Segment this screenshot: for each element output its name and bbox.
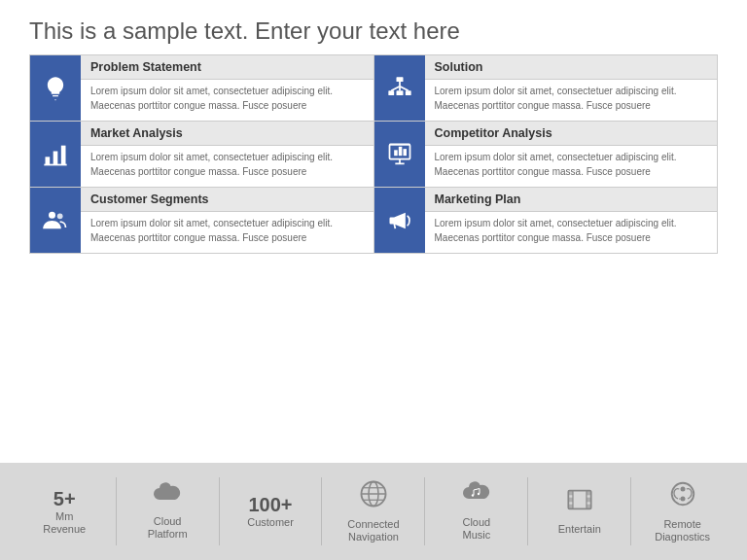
footer-cloud-platform-line1: Cloud bbox=[154, 515, 182, 528]
footer-divider-3 bbox=[321, 477, 322, 545]
footer-connected-line2: Navigation bbox=[348, 531, 399, 543]
cloud-music-icon bbox=[461, 481, 492, 513]
solution-title: Solution bbox=[425, 55, 718, 80]
svg-rect-3 bbox=[396, 90, 403, 95]
globe-icon bbox=[359, 479, 388, 515]
footer-divider-4 bbox=[424, 477, 425, 545]
megaphone-svg bbox=[386, 207, 413, 234]
footer-customer-line2: Customer bbox=[247, 516, 294, 529]
footer-cloud-platform: Cloud Platform bbox=[128, 482, 206, 541]
svg-rect-14 bbox=[394, 150, 398, 156]
svg-rect-32 bbox=[568, 505, 573, 509]
section-row-2: Market Analysis Lorem ipsum dolor sit am… bbox=[30, 122, 717, 188]
problem-statement-text-area: Problem Statement Lorem ipsum dolor sit … bbox=[81, 55, 374, 121]
header: This is a sample text. Enter your text h… bbox=[0, 0, 747, 54]
svg-rect-34 bbox=[587, 498, 591, 503]
page-title: This is a sample text. Enter your text h… bbox=[29, 18, 718, 45]
footer-remote-line1: Remote bbox=[663, 518, 701, 531]
cloud-platform-svg bbox=[152, 482, 183, 506]
footer-divider-2 bbox=[219, 477, 220, 545]
footer-cloud-music: Cloud Music bbox=[438, 481, 516, 542]
competitor-analysis-title: Competitor Analysis bbox=[425, 122, 718, 146]
svg-rect-16 bbox=[403, 149, 407, 156]
svg-rect-2 bbox=[388, 90, 394, 95]
customer-segments-text-area: Customer Segments Lorem ipsum dolor sit … bbox=[81, 188, 374, 253]
film-svg bbox=[565, 486, 594, 513]
svg-point-21 bbox=[57, 213, 63, 219]
section-competitor-analysis: Competitor Analysis Lorem ipsum dolor si… bbox=[374, 122, 718, 187]
presentation-svg bbox=[386, 141, 413, 168]
marketing-plan-title: Marketing Plan bbox=[425, 188, 718, 212]
footer-cloud-music-line1: Cloud bbox=[462, 516, 490, 529]
problem-statement-title: Problem Statement bbox=[81, 55, 374, 80]
section-market-analysis: Market Analysis Lorem ipsum dolor sit am… bbox=[30, 122, 374, 187]
icon-people bbox=[30, 188, 81, 253]
footer-connected-line1: Connected bbox=[347, 518, 399, 531]
footer-divider-6 bbox=[630, 477, 631, 545]
svg-point-0 bbox=[54, 99, 55, 100]
svg-line-8 bbox=[400, 86, 409, 90]
section-marketing-plan: Marketing Plan Lorem ipsum dolor sit ame… bbox=[374, 188, 718, 253]
icon-bulb bbox=[30, 55, 81, 121]
svg-rect-35 bbox=[587, 505, 591, 509]
svg-rect-1 bbox=[396, 77, 403, 82]
solution-body: Lorem ipsum dolor sit amet, consectetuer… bbox=[425, 80, 718, 121]
marketing-plan-text-area: Marketing Plan Lorem ipsum dolor sit ame… bbox=[425, 188, 718, 253]
icon-chart bbox=[30, 122, 81, 187]
footer-customer: 100+ Customer bbox=[231, 493, 309, 529]
section-customer-segments: Customer Segments Lorem ipsum dolor sit … bbox=[30, 188, 374, 253]
customer-segments-body: Lorem ipsum dolor sit amet, consectetuer… bbox=[81, 212, 374, 253]
svg-rect-9 bbox=[46, 157, 51, 164]
footer-entertain: Entertain bbox=[541, 486, 619, 536]
bulb-svg bbox=[42, 75, 69, 102]
market-analysis-text-area: Market Analysis Lorem ipsum dolor sit am… bbox=[81, 122, 374, 187]
cloud-music-svg bbox=[461, 481, 492, 507]
market-analysis-title: Market Analysis bbox=[81, 122, 374, 146]
section-row-1: Problem Statement Lorem ipsum dolor sit … bbox=[30, 55, 717, 122]
svg-line-6 bbox=[391, 86, 400, 90]
competitor-analysis-body: Lorem ipsum dolor sit amet, consectetuer… bbox=[425, 146, 718, 187]
footer-remote-line2: Diagnostics bbox=[655, 531, 710, 543]
svg-rect-4 bbox=[405, 90, 410, 95]
svg-rect-31 bbox=[568, 498, 573, 503]
svg-point-39 bbox=[680, 486, 685, 491]
customer-segments-title: Customer Segments bbox=[81, 188, 374, 212]
svg-point-40 bbox=[680, 496, 685, 501]
footer-revenue: 5+ Mm Revenue bbox=[25, 487, 103, 536]
film-icon bbox=[565, 486, 594, 520]
footer-revenue-value: 5+ bbox=[53, 487, 76, 510]
svg-point-38 bbox=[671, 483, 694, 506]
section-problem-statement: Problem Statement Lorem ipsum dolor sit … bbox=[30, 55, 374, 121]
svg-rect-11 bbox=[61, 145, 66, 164]
diagnostics-svg bbox=[668, 479, 697, 508]
globe-svg bbox=[359, 479, 388, 508]
svg-point-28 bbox=[478, 493, 480, 495]
footer-cloud-music-line2: Music bbox=[462, 529, 490, 542]
problem-statement-body: Lorem ipsum dolor sit amet, consectetuer… bbox=[81, 80, 374, 121]
footer-customer-value: 100+ bbox=[249, 493, 293, 516]
svg-rect-10 bbox=[53, 151, 58, 164]
diagnostics-icon bbox=[668, 479, 697, 515]
footer-cloud-platform-line2: Platform bbox=[148, 528, 188, 541]
footer-divider-1 bbox=[116, 477, 117, 545]
icon-megaphone bbox=[374, 188, 425, 253]
content-area: Problem Statement Lorem ipsum dolor sit … bbox=[0, 54, 747, 463]
svg-rect-33 bbox=[587, 491, 591, 496]
svg-point-20 bbox=[49, 211, 55, 218]
marketing-plan-body: Lorem ipsum dolor sit amet, consectetuer… bbox=[425, 212, 718, 253]
footer-revenue-line1: Mm bbox=[55, 510, 73, 523]
section-row-3: Customer Segments Lorem ipsum dolor sit … bbox=[30, 188, 717, 253]
footer-divider-5 bbox=[527, 477, 528, 545]
main-container: This is a sample text. Enter your text h… bbox=[0, 0, 747, 560]
chart-svg bbox=[42, 141, 69, 168]
footer-entertain-line1: Entertain bbox=[558, 523, 601, 536]
solution-text-area: Solution Lorem ipsum dolor sit amet, con… bbox=[425, 55, 718, 121]
svg-point-27 bbox=[472, 494, 474, 496]
footer-remote-diagnostics: Remote Diagnostics bbox=[644, 479, 722, 543]
cloud-platform-icon bbox=[152, 482, 183, 512]
grid-container: Problem Statement Lorem ipsum dolor sit … bbox=[29, 54, 718, 254]
icon-presentation bbox=[374, 122, 425, 187]
footer: 5+ Mm Revenue Cloud Platform 100+ Custom… bbox=[0, 463, 747, 560]
footer-connected-navigation: Connected Navigation bbox=[335, 479, 412, 543]
market-analysis-body: Lorem ipsum dolor sit amet, consectetuer… bbox=[81, 146, 374, 187]
